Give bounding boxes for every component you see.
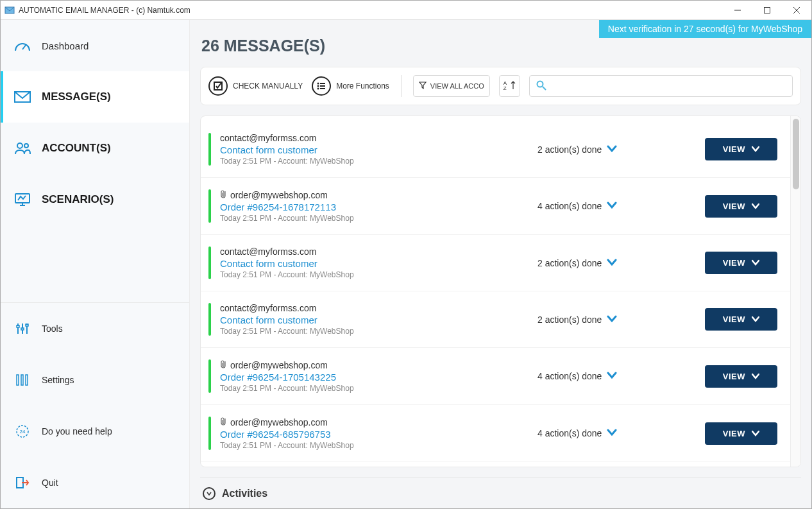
chevron-down-icon [607, 428, 617, 438]
view-button[interactable]: VIEW [705, 252, 777, 274]
message-subject: Order #96254-1678172113 [220, 202, 529, 212]
sidebar-item-label: Tools [42, 324, 63, 334]
message-actions[interactable]: 2 action(s) done [537, 258, 666, 268]
view-button[interactable]: VIEW [705, 422, 777, 445]
message-row[interactable]: contact@myformss.comContact form custome… [201, 291, 790, 348]
sidebar-top: Dashboard MESSAGE(S) ACCOUNT(S) [1, 20, 189, 302]
svg-point-22 [317, 83, 319, 85]
sidebar-item-label: Quit [42, 478, 58, 488]
accent-bar [208, 246, 211, 279]
tools-icon [13, 321, 31, 336]
sidebar-item-settings[interactable]: Settings [1, 354, 189, 406]
chevron-down-icon [752, 372, 759, 381]
sidebar-item-label: Do you need help [42, 426, 112, 436]
more-functions-label: More Functions [336, 82, 389, 91]
message-subject: Contact form customer [220, 258, 529, 269]
svg-rect-15 [17, 375, 19, 385]
svg-line-29 [543, 87, 546, 90]
svg-line-5 [22, 44, 26, 49]
message-subject: Contact form customer [220, 144, 529, 155]
view-button-label: VIEW [723, 372, 745, 381]
view-all-accounts-dropdown[interactable]: VIEW ALL ACCO [413, 75, 490, 97]
sort-button[interactable]: AZ [499, 75, 520, 97]
dashboard-icon [13, 38, 31, 53]
sidebar-item-label: MESSAGE(S) [42, 91, 111, 103]
actions-count-label: 4 action(s) done [537, 428, 602, 438]
activities-label: Activities [222, 488, 267, 499]
search-input[interactable] [546, 82, 786, 91]
message-actions[interactable]: 4 action(s) done [537, 201, 666, 211]
chevron-down-icon [607, 144, 617, 155]
message-row[interactable]: contact@myformss.comContact form custome… [201, 235, 790, 291]
help-icon: 24 [13, 424, 31, 439]
sidebar-item-scenarios[interactable]: SCENARIO(S) [1, 174, 189, 225]
svg-point-23 [317, 85, 319, 87]
message-actions[interactable]: 4 action(s) done [537, 428, 666, 438]
accent-bar [208, 303, 211, 336]
message-meta: Today 2:51 PM - Account: MyWebShop [220, 214, 529, 223]
quit-icon [13, 475, 31, 490]
sidebar-item-messages[interactable]: MESSAGE(S) [1, 71, 189, 123]
list-icon [312, 76, 331, 96]
maximize-button[interactable] [752, 1, 782, 19]
scrollbar[interactable] [790, 116, 800, 467]
sidebar-item-help[interactable]: 24 Do you need help [1, 406, 189, 457]
message-actions[interactable]: 2 action(s) done [537, 144, 666, 155]
message-from: order@mywebshop.com [220, 359, 529, 370]
attachment-icon [220, 189, 227, 200]
close-button[interactable] [782, 1, 811, 19]
sidebar-item-dashboard[interactable]: Dashboard [1, 20, 189, 71]
view-button[interactable]: VIEW [705, 365, 777, 388]
accent-bar [208, 417, 211, 450]
actions-count-label: 2 action(s) done [537, 144, 602, 155]
sidebar-bottom: Tools Settings 24 Do you need help [1, 302, 189, 508]
accent-bar [208, 359, 211, 393]
more-functions-button[interactable]: More Functions [312, 76, 389, 96]
view-button[interactable]: VIEW [705, 308, 777, 331]
check-manually-button[interactable]: CHECK MANUALLY [208, 76, 303, 96]
scroll-thumb[interactable] [793, 119, 799, 189]
message-subject: Order #96254-1705143225 [220, 372, 529, 383]
message-row[interactable]: contact@myformss.comContact form custome… [201, 121, 790, 178]
message-row[interactable]: order@mywebshop.comOrder #96254-16781721… [201, 178, 790, 235]
sidebar-item-quit[interactable]: Quit [1, 457, 189, 508]
messages-icon [13, 89, 31, 105]
view-button[interactable]: VIEW [705, 138, 777, 160]
message-row[interactable]: order@mywebshop.comOrder #96254-68579675… [201, 405, 790, 462]
message-actions[interactable]: 4 action(s) done [537, 371, 666, 381]
message-meta: Today 2:51 PM - Account: MyWebShop [220, 270, 529, 279]
chevron-down-icon [752, 144, 759, 154]
message-meta: Today 2:51 PM - Account: MyWebShop [220, 327, 529, 336]
app-window: AUTOMATIC EMAIL MANAGER - (c) Namtuk.com… [0, 0, 812, 509]
main-content: Next verification in 27 second(s) for My… [190, 20, 811, 508]
search-box[interactable] [529, 75, 793, 97]
settings-icon [13, 372, 31, 388]
message-actions[interactable]: 2 action(s) done [537, 315, 666, 325]
sidebar-item-tools[interactable]: Tools [1, 303, 189, 354]
chevron-down-icon [203, 487, 216, 500]
svg-rect-13 [21, 328, 24, 330]
toolbar: CHECK MANUALLY More Functions VIEW ALL A… [200, 67, 801, 105]
message-subject: Contact form customer [220, 315, 529, 325]
view-button[interactable]: VIEW [705, 195, 777, 218]
attachment-icon [220, 359, 227, 370]
chevron-down-icon [607, 258, 617, 268]
minimize-button[interactable] [723, 1, 752, 19]
svg-rect-2 [765, 7, 770, 13]
funnel-icon [419, 82, 427, 91]
app-body: Dashboard MESSAGE(S) ACCOUNT(S) [1, 20, 811, 508]
message-text-block: contact@myformss.comContact form custome… [220, 303, 529, 336]
sidebar-item-label: Dashboard [42, 40, 89, 51]
message-from: order@mywebshop.com [220, 417, 529, 427]
chevron-down-icon [752, 202, 759, 211]
sidebar-item-accounts[interactable]: ACCOUNT(S) [1, 123, 189, 174]
messages-list: contact@myformss.comContact form custome… [201, 116, 790, 467]
svg-rect-12 [17, 325, 19, 327]
activities-section[interactable]: Activities [200, 478, 801, 508]
message-from: contact@myformss.com [220, 246, 529, 257]
svg-rect-17 [26, 375, 28, 385]
scenarios-icon [13, 192, 31, 207]
message-row[interactable]: order@mywebshop.comOrder #96254-17051432… [201, 348, 790, 405]
message-text-block: contact@myformss.comContact form custome… [220, 133, 529, 166]
message-meta: Today 2:51 PM - Account: MyWebShop [220, 384, 529, 393]
